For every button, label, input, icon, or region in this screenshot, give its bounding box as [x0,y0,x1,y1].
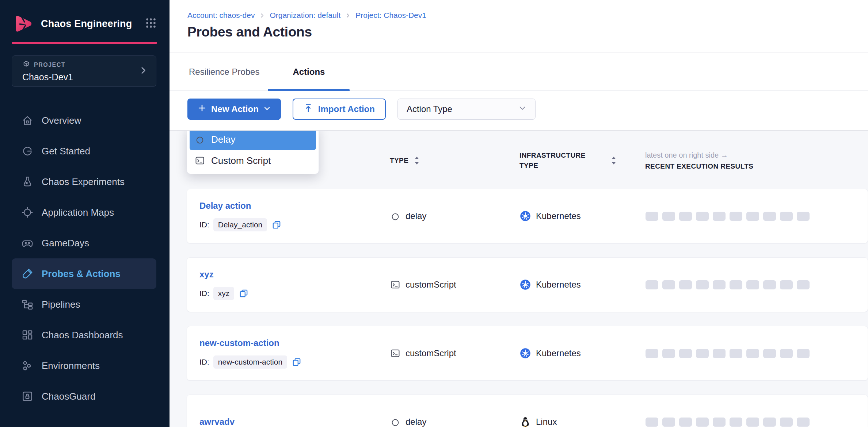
execution-result-placeholder [763,280,776,289]
execution-result-placeholder [713,418,726,427]
recent-execution-results [646,212,868,221]
action-row: awrvadvdelayLinux [187,395,868,427]
hexagons-icon [21,359,34,372]
sidebar-item-get-started[interactable]: Get Started [12,136,156,166]
pipeline-icon [21,298,34,311]
chevron-right-icon [138,66,148,77]
page-title: Probes and Actions [187,24,868,40]
execution-result-placeholder [662,349,675,358]
execution-result-placeholder [662,212,675,221]
kubernetes-icon [520,348,531,359]
tab-resilience-probes[interactable]: Resilience Probes [187,53,261,91]
action-id-value: Delay_action [213,218,267,231]
app-switcher-grid-icon[interactable] [145,17,157,31]
project-switcher[interactable]: PROJECT Chaos-Dev1 [12,55,156,87]
execution-result-placeholder [797,212,810,221]
project-name: Chaos-Dev1 [22,72,73,82]
sidebar-item-label: Chaos Dashboards [42,330,123,341]
infrastructure-cell: Kubernetes [520,211,646,222]
copy-id-button[interactable] [239,289,248,298]
shield-lock-icon [21,390,34,403]
action-name-link[interactable]: xyz [199,269,390,280]
execution-result-placeholder [763,418,776,427]
sort-icon[interactable] [611,156,617,165]
action-name-link[interactable]: awrvadv [199,417,390,427]
sidebar-item-label: Environments [42,360,100,372]
execution-result-placeholder [746,280,759,289]
stopwatch-icon [390,211,400,221]
copy-icon [272,220,281,230]
execution-result-placeholder [746,418,759,427]
recent-execution-results [646,280,868,289]
sidebar-item-label: Get Started [42,146,90,157]
execution-result-placeholder [730,280,742,289]
execution-result-placeholder [797,280,810,289]
execution-result-placeholder [730,349,742,358]
copy-id-button[interactable] [272,220,281,230]
sidebar: Chaos Engineering PROJECT Chaos-Dev1 [0,0,170,427]
action-id-line: ID:Delay_action [199,218,390,231]
sidebar-item-label: Chaos Experiments [42,176,125,188]
execution-result-placeholder [679,418,692,427]
action-id-value: xyz [213,287,235,300]
sidebar-item-overview[interactable]: Overview [12,105,156,136]
target-icon [21,206,34,219]
sidebar-item-chaos-dashboards[interactable]: Chaos Dashboards [12,320,156,350]
copy-id-button[interactable] [292,357,301,367]
infrastructure-cell: Kubernetes [520,348,646,359]
dashboard-icon [21,329,34,341]
new-action-button[interactable]: New Action [187,99,281,120]
id-label: ID: [199,358,209,366]
infrastructure-cell: Kubernetes [520,279,646,290]
action-type-select[interactable]: Action Type [397,99,536,120]
sidebar-item-label: Pipelines [42,299,80,310]
actions-table-area: DelayCustom Script TYPE INFRASTRUCTURE T… [170,131,868,427]
sidebar-item-gamedays[interactable]: GameDays [12,228,156,258]
action-name-link[interactable]: new-custom-action [199,338,390,348]
action-name-cell: xyzID:xyz [199,269,390,300]
table-header-type: TYPE [390,156,519,165]
execution-result-placeholder [662,280,675,289]
execution-result-placeholder [713,280,726,289]
copy-icon [239,289,248,298]
breadcrumb-link[interactable]: Account: chaos-dev [187,11,255,20]
test-tube-icon [21,268,34,280]
sidebar-item-label: ChaosGuard [42,391,95,402]
import-action-button[interactable]: Import Action [293,99,386,120]
tab-actions[interactable]: Actions [268,53,350,91]
sidebar-item-environments[interactable]: Environments [12,350,156,381]
copy-icon [292,357,301,367]
execution-result-placeholder [780,212,793,221]
sidebar-item-chaos-experiments[interactable]: Chaos Experiments [12,166,156,197]
action-name-link[interactable]: Delay action [199,201,390,211]
sidebar-nav: OverviewGet StartedChaos ExperimentsAppl… [0,105,170,412]
sidebar-item-probes-actions[interactable]: Probes & Actions [12,258,156,289]
action-type-cell: delay [390,417,520,427]
sidebar-item-pipelines[interactable]: Pipelines [12,289,156,320]
breadcrumb-link[interactable]: Project: Chaos-Dev1 [355,11,426,20]
execution-result-placeholder [713,349,726,358]
upload-icon [304,103,313,115]
execution-result-placeholder [696,280,709,289]
execution-result-placeholder [746,212,759,221]
execution-result-placeholder [730,418,742,427]
menu-item-custom-script[interactable]: Custom Script [190,150,316,171]
execution-result-placeholder [662,418,675,427]
id-label: ID: [199,289,209,298]
sidebar-item-chaosguard[interactable]: ChaosGuard [12,381,156,412]
project-label: PROJECT [34,62,65,68]
home-icon [21,114,34,127]
execution-result-placeholder [780,349,793,358]
sidebar-item-application-maps[interactable]: Application Maps [12,197,156,228]
action-row: xyzID:xyzcustomScriptKubernetes [187,257,868,312]
action-row: Delay actionID:Delay_actiondelayKubernet… [187,189,868,243]
menu-item-delay[interactable]: Delay [190,131,316,150]
sort-icon[interactable] [414,156,420,165]
breadcrumb-separator-icon [259,13,265,18]
linux-icon [520,416,531,427]
terminal-icon [390,348,400,358]
execution-result-placeholder [797,418,810,427]
breadcrumb-link[interactable]: Organization: default [270,11,340,20]
sidebar-item-label: GameDays [42,238,89,249]
action-type-cell: customScript [390,348,520,358]
